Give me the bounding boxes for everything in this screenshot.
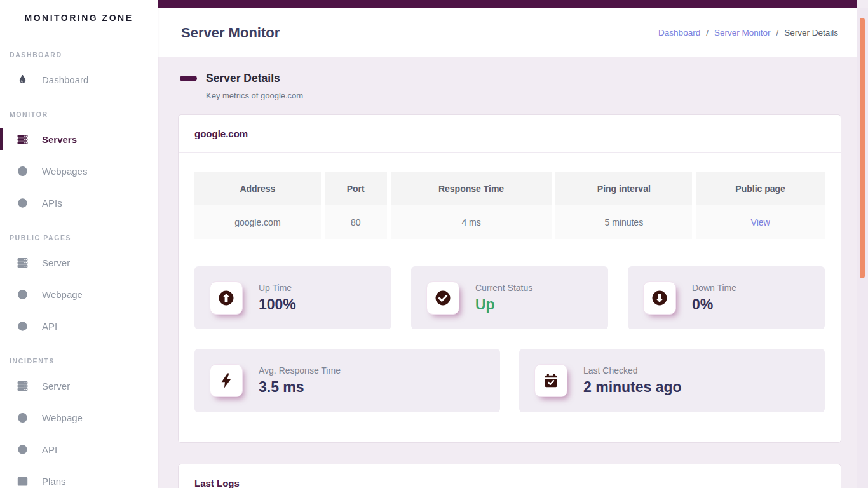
table-cell-ping-interval: 5 minutes [555,205,692,239]
server-details-card: google.com Address Port Response Time Pi… [178,114,841,443]
sidebar-item-plans[interactable]: Plans [0,465,158,488]
sidebar-item-public-webpage[interactable]: Webpage [0,278,158,310]
check-circle-icon [426,281,459,315]
main-scrollbar-thumb[interactable] [860,18,865,278]
nav-section-public-pages: PUBLIC PAGES [0,219,158,247]
table-cell-address: google.com [194,205,321,239]
nav-section-dashboard: DASHBOARD [0,36,158,64]
sidebar-item-label: Dashboard [42,74,88,85]
metric-card-last-checked: Last Checked 2 minutes ago [519,349,825,412]
last-logs-card: Last Logs [178,464,841,488]
logs-card-title: Last Logs [194,478,825,488]
bolt-icon [210,364,243,397]
target-icon [17,321,28,332]
server-card-title: google.com [194,128,825,139]
section-title: Server Details [206,72,303,85]
sidebar-item-servers[interactable]: Servers [0,123,158,155]
table-cell-response-time: 4 ms [391,205,552,239]
metric-label: Last Checked [583,365,682,376]
arrow-up-circle-icon [210,281,243,315]
sidebar-item-label: Server [42,257,70,268]
breadcrumb: Dashboard / Server Monitor / Server Deta… [658,28,838,37]
columns-icon [17,476,28,487]
sidebar-item-label: Webpage [42,412,83,423]
sidebar: MONITORING ZONE DASHBOARD Dashboard MONI… [0,0,158,488]
breadcrumb-separator: / [776,28,778,37]
breadcrumb-link-server-monitor[interactable]: Server Monitor [714,28,771,37]
section-pill-icon [180,76,197,81]
globe-icon [17,412,28,423]
page-header: Server Monitor Dashboard / Server Monito… [158,8,857,57]
breadcrumb-separator: / [706,28,709,37]
flame-icon [17,74,28,85]
metric-label: Avg. Response Time [259,365,341,376]
metric-card-downtime: Down Time 0% [628,266,825,329]
arrow-down-circle-icon [643,281,676,315]
globe-icon [17,289,28,300]
nav-section-monitor: MONITOR [0,95,158,123]
sidebar-item-incident-api[interactable]: API [0,433,158,465]
main-area: Server Monitor Dashboard / Server Monito… [158,0,857,488]
server-icon [17,381,28,391]
sidebar-item-label: API [42,444,57,455]
metric-value: 0% [692,296,736,313]
target-icon [17,198,28,208]
sidebar-item-label: Webpage [42,289,83,300]
top-accent-bar [158,0,857,8]
sidebar-item-label: API [42,321,57,332]
sidebar-item-label: APIs [42,198,62,208]
table-header-port: Port [325,172,387,205]
target-icon [17,444,28,455]
sidebar-item-label: Server [42,381,70,391]
metric-label: Current Status [475,283,532,293]
public-page-view-link[interactable]: View [751,217,770,227]
server-icon [17,134,28,145]
metric-card-current-status: Current Status Up [411,266,608,329]
metric-value: 2 minutes ago [583,379,682,396]
metric-value: 100% [259,296,296,313]
sidebar-item-dashboard[interactable]: Dashboard [0,64,158,95]
breadcrumb-current: Server Details [784,28,838,37]
app-logo: MONITORING ZONE [0,0,158,36]
metric-value: Up [475,296,532,313]
nav-section-incidents: INCIDENTS [0,342,158,370]
server-icon [17,257,28,268]
sidebar-item-label: Servers [42,134,77,145]
page-title: Server Monitor [181,25,280,41]
sidebar-item-public-api[interactable]: API [0,310,158,342]
sidebar-item-label: Plans [42,476,66,487]
metric-card-avg-response-time: Avg. Response Time 3.5 ms [194,349,500,412]
metric-card-uptime: Up Time 100% [194,266,391,329]
sidebar-item-label: Webpages [42,166,87,177]
metric-label: Down Time [692,283,736,293]
table-header-ping-interval: Ping interval [555,172,692,205]
calendar-check-icon [534,364,567,397]
sidebar-item-public-server[interactable]: Server [0,247,158,278]
section-header: Server Details Key metrics of google.com [178,72,841,100]
table-header-public-page: Public page [696,172,825,205]
sidebar-item-apis[interactable]: APIs [0,187,158,219]
table-cell-port: 80 [325,205,387,239]
table-header-response-time: Response Time [391,172,552,205]
table-header-address: Address [194,172,321,205]
section-subtitle: Key metrics of google.com [206,91,303,100]
sidebar-item-incident-webpage[interactable]: Webpage [0,402,158,433]
metric-value: 3.5 ms [259,379,341,396]
server-detail-table: Address Port Response Time Ping interval… [194,172,825,239]
globe-icon [17,166,28,177]
main-scrollbar-track[interactable] [857,8,868,488]
sidebar-item-webpages[interactable]: Webpages [0,155,158,187]
breadcrumb-link-dashboard[interactable]: Dashboard [658,28,700,37]
metric-label: Up Time [259,283,296,293]
content: Server Details Key metrics of google.com… [158,57,857,488]
sidebar-item-incident-server[interactable]: Server [0,370,158,402]
